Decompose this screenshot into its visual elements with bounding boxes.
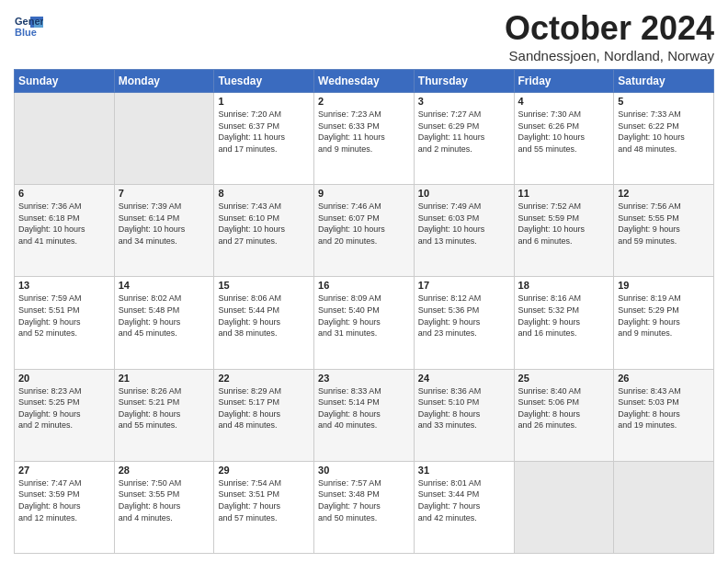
day-info: Sunrise: 7:30 AM Sunset: 6:26 PM Dayligh… bbox=[518, 109, 610, 155]
calendar-cell: 1Sunrise: 7:20 AM Sunset: 6:37 PM Daylig… bbox=[214, 93, 314, 185]
day-number: 30 bbox=[318, 465, 410, 476]
calendar-header-friday: Friday bbox=[514, 70, 614, 93]
calendar-cell: 16Sunrise: 8:09 AM Sunset: 5:40 PM Dayli… bbox=[314, 277, 415, 369]
day-number: 13 bbox=[18, 280, 110, 291]
day-number: 31 bbox=[418, 465, 510, 476]
calendar-cell: 25Sunrise: 8:40 AM Sunset: 5:06 PM Dayli… bbox=[514, 369, 614, 461]
day-number: 7 bbox=[119, 188, 210, 199]
day-number: 22 bbox=[218, 373, 310, 384]
calendar-cell: 24Sunrise: 8:36 AM Sunset: 5:10 PM Dayli… bbox=[414, 369, 514, 461]
day-number: 29 bbox=[218, 465, 310, 476]
calendar-header-sunday: Sunday bbox=[15, 70, 115, 93]
calendar-cell: 26Sunrise: 8:43 AM Sunset: 5:03 PM Dayli… bbox=[614, 369, 714, 461]
day-number: 23 bbox=[318, 373, 410, 384]
day-info: Sunrise: 7:54 AM Sunset: 3:51 PM Dayligh… bbox=[218, 477, 310, 523]
calendar-cell: 9Sunrise: 7:46 AM Sunset: 6:07 PM Daylig… bbox=[314, 185, 415, 277]
calendar-cell: 23Sunrise: 8:33 AM Sunset: 5:14 PM Dayli… bbox=[314, 369, 415, 461]
day-info: Sunrise: 7:50 AM Sunset: 3:55 PM Dayligh… bbox=[119, 477, 210, 523]
calendar-cell: 31Sunrise: 8:01 AM Sunset: 3:44 PM Dayli… bbox=[414, 461, 514, 553]
calendar-cell: 5Sunrise: 7:33 AM Sunset: 6:22 PM Daylig… bbox=[614, 93, 714, 185]
day-number: 21 bbox=[119, 373, 210, 384]
day-number: 28 bbox=[119, 465, 210, 476]
page: General Blue October 2024 Sandnessjoen, … bbox=[0, 0, 728, 563]
svg-text:Blue: Blue bbox=[15, 27, 37, 38]
calendar-header-tuesday: Tuesday bbox=[214, 70, 314, 93]
day-number: 20 bbox=[18, 373, 110, 384]
day-info: Sunrise: 7:57 AM Sunset: 3:48 PM Dayligh… bbox=[318, 477, 410, 523]
day-number: 25 bbox=[518, 373, 610, 384]
day-number: 5 bbox=[618, 96, 710, 107]
day-number: 8 bbox=[218, 188, 310, 199]
header: General Blue October 2024 Sandnessjoen, … bbox=[14, 9, 714, 63]
calendar-cell: 8Sunrise: 7:43 AM Sunset: 6:10 PM Daylig… bbox=[214, 185, 314, 277]
day-info: Sunrise: 7:20 AM Sunset: 6:37 PM Dayligh… bbox=[218, 109, 310, 155]
day-info: Sunrise: 8:43 AM Sunset: 5:03 PM Dayligh… bbox=[618, 385, 710, 431]
calendar-cell: 3Sunrise: 7:27 AM Sunset: 6:29 PM Daylig… bbox=[414, 93, 514, 185]
day-info: Sunrise: 8:02 AM Sunset: 5:48 PM Dayligh… bbox=[119, 293, 210, 339]
day-number: 2 bbox=[318, 96, 410, 107]
day-info: Sunrise: 8:06 AM Sunset: 5:44 PM Dayligh… bbox=[218, 293, 310, 339]
day-info: Sunrise: 8:29 AM Sunset: 5:17 PM Dayligh… bbox=[218, 385, 310, 431]
day-info: Sunrise: 8:12 AM Sunset: 5:36 PM Dayligh… bbox=[418, 293, 510, 339]
day-info: Sunrise: 8:33 AM Sunset: 5:14 PM Dayligh… bbox=[318, 385, 410, 431]
title-section: October 2024 Sandnessjoen, Nordland, Nor… bbox=[505, 9, 714, 63]
day-info: Sunrise: 8:36 AM Sunset: 5:10 PM Dayligh… bbox=[418, 385, 510, 431]
calendar-cell: 2Sunrise: 7:23 AM Sunset: 6:33 PM Daylig… bbox=[314, 93, 415, 185]
calendar-cell: 15Sunrise: 8:06 AM Sunset: 5:44 PM Dayli… bbox=[214, 277, 314, 369]
logo-icon: General Blue bbox=[14, 13, 43, 39]
calendar-cell: 6Sunrise: 7:36 AM Sunset: 6:18 PM Daylig… bbox=[15, 185, 115, 277]
day-info: Sunrise: 7:46 AM Sunset: 6:07 PM Dayligh… bbox=[318, 201, 410, 247]
day-number: 26 bbox=[618, 373, 710, 384]
day-info: Sunrise: 7:49 AM Sunset: 6:03 PM Dayligh… bbox=[418, 201, 510, 247]
day-number: 15 bbox=[218, 280, 310, 291]
day-info: Sunrise: 7:39 AM Sunset: 6:14 PM Dayligh… bbox=[119, 201, 210, 247]
calendar-week-3: 13Sunrise: 7:59 AM Sunset: 5:51 PM Dayli… bbox=[15, 277, 714, 369]
day-number: 10 bbox=[418, 188, 510, 199]
calendar-cell: 17Sunrise: 8:12 AM Sunset: 5:36 PM Dayli… bbox=[414, 277, 514, 369]
calendar-cell: 14Sunrise: 8:02 AM Sunset: 5:48 PM Dayli… bbox=[114, 277, 214, 369]
day-info: Sunrise: 8:16 AM Sunset: 5:32 PM Dayligh… bbox=[518, 293, 610, 339]
calendar-cell: 4Sunrise: 7:30 AM Sunset: 6:26 PM Daylig… bbox=[514, 93, 614, 185]
day-info: Sunrise: 7:43 AM Sunset: 6:10 PM Dayligh… bbox=[218, 201, 310, 247]
calendar-week-5: 27Sunrise: 7:47 AM Sunset: 3:59 PM Dayli… bbox=[15, 461, 714, 553]
calendar-cell: 29Sunrise: 7:54 AM Sunset: 3:51 PM Dayli… bbox=[214, 461, 314, 553]
day-number: 16 bbox=[318, 280, 410, 291]
day-number: 9 bbox=[318, 188, 410, 199]
calendar-header-saturday: Saturday bbox=[614, 70, 714, 93]
calendar-header-row: SundayMondayTuesdayWednesdayThursdayFrid… bbox=[15, 70, 714, 93]
day-number: 1 bbox=[218, 96, 310, 107]
calendar-cell: 7Sunrise: 7:39 AM Sunset: 6:14 PM Daylig… bbox=[114, 185, 214, 277]
calendar-cell: 19Sunrise: 8:19 AM Sunset: 5:29 PM Dayli… bbox=[614, 277, 714, 369]
day-info: Sunrise: 7:36 AM Sunset: 6:18 PM Dayligh… bbox=[18, 201, 110, 247]
day-number: 18 bbox=[518, 280, 610, 291]
day-number: 6 bbox=[18, 188, 110, 199]
day-number: 4 bbox=[518, 96, 610, 107]
day-number: 19 bbox=[618, 280, 710, 291]
calendar-cell bbox=[114, 93, 214, 185]
calendar-header-monday: Monday bbox=[114, 70, 214, 93]
day-info: Sunrise: 7:56 AM Sunset: 5:55 PM Dayligh… bbox=[618, 201, 710, 247]
calendar-cell: 21Sunrise: 8:26 AM Sunset: 5:21 PM Dayli… bbox=[114, 369, 214, 461]
day-info: Sunrise: 8:26 AM Sunset: 5:21 PM Dayligh… bbox=[119, 385, 210, 431]
calendar-header-wednesday: Wednesday bbox=[314, 70, 415, 93]
calendar-cell: 11Sunrise: 7:52 AM Sunset: 5:59 PM Dayli… bbox=[514, 185, 614, 277]
calendar-cell bbox=[15, 93, 115, 185]
day-info: Sunrise: 8:01 AM Sunset: 3:44 PM Dayligh… bbox=[418, 477, 510, 523]
calendar-cell: 12Sunrise: 7:56 AM Sunset: 5:55 PM Dayli… bbox=[614, 185, 714, 277]
calendar-cell bbox=[614, 461, 714, 553]
day-info: Sunrise: 7:59 AM Sunset: 5:51 PM Dayligh… bbox=[18, 293, 110, 339]
day-number: 27 bbox=[18, 465, 110, 476]
day-info: Sunrise: 7:52 AM Sunset: 5:59 PM Dayligh… bbox=[518, 201, 610, 247]
calendar-week-2: 6Sunrise: 7:36 AM Sunset: 6:18 PM Daylig… bbox=[15, 185, 714, 277]
calendar-cell: 28Sunrise: 7:50 AM Sunset: 3:55 PM Dayli… bbox=[114, 461, 214, 553]
calendar-week-1: 1Sunrise: 7:20 AM Sunset: 6:37 PM Daylig… bbox=[15, 93, 714, 185]
day-number: 14 bbox=[119, 280, 210, 291]
subtitle: Sandnessjoen, Nordland, Norway bbox=[505, 48, 714, 63]
calendar-cell: 18Sunrise: 8:16 AM Sunset: 5:32 PM Dayli… bbox=[514, 277, 614, 369]
main-title: October 2024 bbox=[505, 9, 714, 48]
day-number: 17 bbox=[418, 280, 510, 291]
calendar-cell bbox=[514, 461, 614, 553]
calendar-cell: 20Sunrise: 8:23 AM Sunset: 5:25 PM Dayli… bbox=[15, 369, 115, 461]
day-info: Sunrise: 8:09 AM Sunset: 5:40 PM Dayligh… bbox=[318, 293, 410, 339]
calendar-cell: 27Sunrise: 7:47 AM Sunset: 3:59 PM Dayli… bbox=[15, 461, 115, 553]
